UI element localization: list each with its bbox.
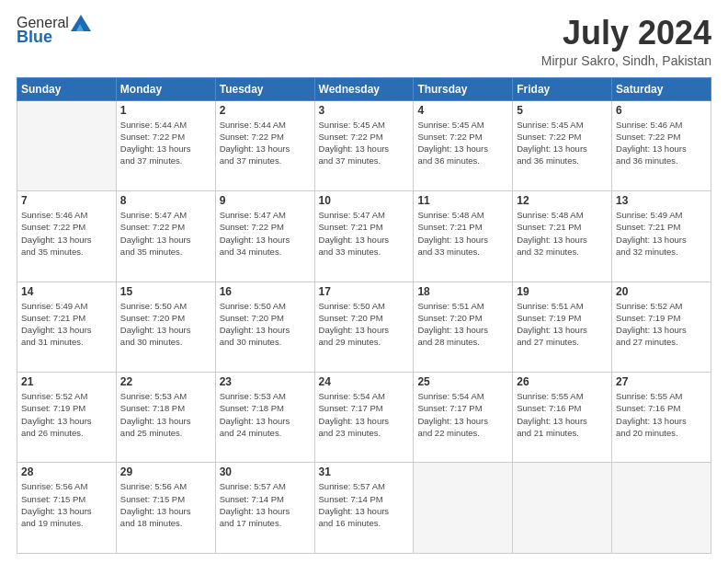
calendar-cell: 5Sunrise: 5:45 AM Sunset: 7:22 PM Daylig… — [513, 100, 612, 190]
day-number: 12 — [517, 194, 608, 207]
day-number: 20 — [616, 285, 707, 298]
day-info: Sunrise: 5:50 AM Sunset: 7:20 PM Dayligh… — [220, 300, 311, 349]
day-info: Sunrise: 5:57 AM Sunset: 7:14 PM Dayligh… — [220, 480, 311, 529]
day-number: 18 — [417, 285, 508, 298]
day-number: 14 — [21, 285, 112, 298]
day-number: 29 — [120, 465, 211, 478]
day-number: 3 — [319, 104, 410, 117]
day-number: 9 — [220, 194, 311, 207]
day-header-sunday: Sunday — [17, 77, 117, 100]
logo-blue-text: Blue — [17, 28, 52, 47]
day-number: 26 — [517, 375, 608, 388]
day-header-wednesday: Wednesday — [314, 77, 414, 100]
calendar-cell: 10Sunrise: 5:47 AM Sunset: 7:21 PM Dayli… — [314, 191, 414, 282]
month-year: July 2024 — [541, 15, 711, 52]
day-info: Sunrise: 5:57 AM Sunset: 7:14 PM Dayligh… — [319, 480, 410, 529]
calendar-cell: 14Sunrise: 5:49 AM Sunset: 7:21 PM Dayli… — [17, 282, 117, 372]
calendar-cell: 20Sunrise: 5:52 AM Sunset: 7:19 PM Dayli… — [612, 282, 711, 372]
day-header-tuesday: Tuesday — [215, 77, 314, 100]
calendar-cell: 19Sunrise: 5:51 AM Sunset: 7:19 PM Dayli… — [513, 282, 612, 372]
location: Mirpur Sakro, Sindh, Pakistan — [541, 53, 711, 68]
calendar-cell: 13Sunrise: 5:49 AM Sunset: 7:21 PM Dayli… — [612, 191, 711, 282]
day-number: 22 — [120, 375, 211, 388]
day-number: 7 — [21, 194, 112, 207]
day-info: Sunrise: 5:46 AM Sunset: 7:22 PM Dayligh… — [21, 209, 112, 258]
calendar-cell: 9Sunrise: 5:47 AM Sunset: 7:22 PM Daylig… — [215, 191, 314, 282]
day-number: 6 — [616, 104, 707, 117]
day-info: Sunrise: 5:54 AM Sunset: 7:17 PM Dayligh… — [417, 390, 508, 439]
calendar-cell: 31Sunrise: 5:57 AM Sunset: 7:14 PM Dayli… — [314, 463, 414, 554]
day-info: Sunrise: 5:52 AM Sunset: 7:19 PM Dayligh… — [21, 390, 112, 439]
day-number: 23 — [220, 375, 311, 388]
calendar-cell: 15Sunrise: 5:50 AM Sunset: 7:20 PM Dayli… — [116, 282, 215, 372]
week-row-5: 28Sunrise: 5:56 AM Sunset: 7:15 PM Dayli… — [17, 463, 711, 554]
calendar-cell: 12Sunrise: 5:48 AM Sunset: 7:21 PM Dayli… — [513, 191, 612, 282]
day-info: Sunrise: 5:47 AM Sunset: 7:22 PM Dayligh… — [220, 209, 311, 258]
calendar-cell: 21Sunrise: 5:52 AM Sunset: 7:19 PM Dayli… — [17, 373, 117, 463]
calendar-cell — [513, 463, 612, 554]
day-number: 5 — [517, 104, 608, 117]
day-number: 2 — [220, 104, 311, 117]
day-number: 8 — [120, 194, 211, 207]
calendar-cell: 26Sunrise: 5:55 AM Sunset: 7:16 PM Dayli… — [513, 373, 612, 463]
day-number: 25 — [417, 375, 508, 388]
day-number: 24 — [319, 375, 410, 388]
day-info: Sunrise: 5:49 AM Sunset: 7:21 PM Dayligh… — [21, 300, 112, 349]
day-info: Sunrise: 5:51 AM Sunset: 7:19 PM Dayligh… — [517, 300, 608, 349]
day-info: Sunrise: 5:52 AM Sunset: 7:19 PM Dayligh… — [616, 300, 707, 349]
calendar-cell: 16Sunrise: 5:50 AM Sunset: 7:20 PM Dayli… — [215, 282, 314, 372]
calendar-cell: 28Sunrise: 5:56 AM Sunset: 7:15 PM Dayli… — [17, 463, 117, 554]
day-number: 17 — [319, 285, 410, 298]
calendar-cell: 3Sunrise: 5:45 AM Sunset: 7:22 PM Daylig… — [314, 100, 414, 190]
header-row: SundayMondayTuesdayWednesdayThursdayFrid… — [17, 77, 711, 100]
calendar-cell: 23Sunrise: 5:53 AM Sunset: 7:18 PM Dayli… — [215, 373, 314, 463]
day-info: Sunrise: 5:48 AM Sunset: 7:21 PM Dayligh… — [517, 209, 608, 258]
day-info: Sunrise: 5:54 AM Sunset: 7:17 PM Dayligh… — [319, 390, 410, 439]
day-number: 1 — [120, 104, 211, 117]
calendar-cell: 17Sunrise: 5:50 AM Sunset: 7:20 PM Dayli… — [314, 282, 414, 372]
calendar-cell: 25Sunrise: 5:54 AM Sunset: 7:17 PM Dayli… — [414, 373, 513, 463]
calendar-cell: 11Sunrise: 5:48 AM Sunset: 7:21 PM Dayli… — [414, 191, 513, 282]
day-number: 4 — [417, 104, 508, 117]
week-row-1: 1Sunrise: 5:44 AM Sunset: 7:22 PM Daylig… — [17, 100, 711, 190]
header: General Blue July 2024 Mirpur Sakro, Sin… — [17, 15, 711, 68]
day-info: Sunrise: 5:45 AM Sunset: 7:22 PM Dayligh… — [319, 119, 410, 167]
day-number: 15 — [120, 285, 211, 298]
day-number: 13 — [616, 194, 707, 207]
calendar-cell: 18Sunrise: 5:51 AM Sunset: 7:20 PM Dayli… — [414, 282, 513, 372]
day-number: 11 — [417, 194, 508, 207]
day-info: Sunrise: 5:44 AM Sunset: 7:22 PM Dayligh… — [220, 119, 311, 167]
calendar-cell — [414, 463, 513, 554]
day-info: Sunrise: 5:49 AM Sunset: 7:21 PM Dayligh… — [616, 209, 707, 258]
calendar-cell: 27Sunrise: 5:55 AM Sunset: 7:16 PM Dayli… — [612, 373, 711, 463]
day-number: 31 — [319, 465, 410, 478]
calendar-cell: 7Sunrise: 5:46 AM Sunset: 7:22 PM Daylig… — [17, 191, 117, 282]
calendar-cell — [612, 463, 711, 554]
day-info: Sunrise: 5:48 AM Sunset: 7:21 PM Dayligh… — [417, 209, 508, 258]
day-header-saturday: Saturday — [612, 77, 711, 100]
day-info: Sunrise: 5:47 AM Sunset: 7:22 PM Dayligh… — [120, 209, 211, 258]
calendar-page: General Blue July 2024 Mirpur Sakro, Sin… — [0, 0, 728, 563]
day-info: Sunrise: 5:45 AM Sunset: 7:22 PM Dayligh… — [517, 119, 608, 167]
calendar-cell: 2Sunrise: 5:44 AM Sunset: 7:22 PM Daylig… — [215, 100, 314, 190]
day-info: Sunrise: 5:51 AM Sunset: 7:20 PM Dayligh… — [417, 300, 508, 349]
calendar-cell: 4Sunrise: 5:45 AM Sunset: 7:22 PM Daylig… — [414, 100, 513, 190]
day-header-friday: Friday — [513, 77, 612, 100]
day-number: 10 — [319, 194, 410, 207]
day-info: Sunrise: 5:50 AM Sunset: 7:20 PM Dayligh… — [120, 300, 211, 349]
logo-icon — [71, 15, 91, 31]
day-info: Sunrise: 5:53 AM Sunset: 7:18 PM Dayligh… — [120, 390, 211, 439]
day-info: Sunrise: 5:45 AM Sunset: 7:22 PM Dayligh… — [417, 119, 508, 167]
day-number: 16 — [220, 285, 311, 298]
calendar-table: SundayMondayTuesdayWednesdayThursdayFrid… — [17, 77, 711, 554]
day-info: Sunrise: 5:56 AM Sunset: 7:15 PM Dayligh… — [120, 480, 211, 529]
day-number: 28 — [21, 465, 112, 478]
day-info: Sunrise: 5:55 AM Sunset: 7:16 PM Dayligh… — [517, 390, 608, 439]
calendar-cell: 6Sunrise: 5:46 AM Sunset: 7:22 PM Daylig… — [612, 100, 711, 190]
day-info: Sunrise: 5:50 AM Sunset: 7:20 PM Dayligh… — [319, 300, 410, 349]
day-info: Sunrise: 5:53 AM Sunset: 7:18 PM Dayligh… — [220, 390, 311, 439]
week-row-4: 21Sunrise: 5:52 AM Sunset: 7:19 PM Dayli… — [17, 373, 711, 463]
day-number: 27 — [616, 375, 707, 388]
title-area: July 2024 Mirpur Sakro, Sindh, Pakistan — [541, 15, 711, 68]
day-info: Sunrise: 5:56 AM Sunset: 7:15 PM Dayligh… — [21, 480, 112, 529]
